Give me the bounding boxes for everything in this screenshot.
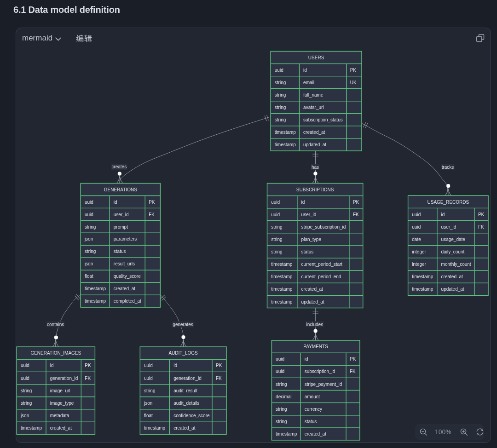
svg-text:timestamp: timestamp: [85, 299, 106, 304]
svg-text:image_type: image_type: [50, 401, 74, 406]
svg-text:tracks: tracks: [442, 165, 454, 170]
svg-text:subscription_status: subscription_status: [303, 117, 343, 122]
svg-text:generation_id: generation_id: [50, 376, 78, 381]
svg-text:float: float: [144, 413, 153, 418]
svg-text:created_at: created_at: [173, 425, 195, 431]
svg-text:timestamp: timestamp: [271, 274, 293, 279]
svg-text:id: id: [305, 356, 308, 362]
svg-text:user_id: user_id: [301, 212, 317, 217]
svg-text:uuid: uuid: [271, 200, 280, 205]
svg-text:float: float: [85, 274, 93, 279]
svg-text:usage_date: usage_date: [441, 237, 466, 242]
svg-text:string: string: [275, 92, 286, 98]
svg-text:string: string: [144, 388, 155, 393]
svg-text:string: string: [271, 224, 282, 230]
svg-text:uuid: uuid: [275, 68, 283, 73]
svg-text:PK: PK: [353, 200, 359, 205]
svg-text:FK: FK: [478, 224, 484, 230]
svg-text:includes: includes: [306, 322, 323, 327]
svg-text:status: status: [305, 419, 317, 424]
svg-text:created_at: created_at: [301, 287, 323, 292]
svg-text:creates: creates: [111, 164, 127, 169]
svg-text:string: string: [276, 419, 287, 424]
svg-text:GENERATIONS: GENERATIONS: [104, 187, 137, 192]
svg-text:json: json: [84, 261, 93, 266]
svg-text:uuid: uuid: [85, 212, 93, 217]
svg-text:user_id: user_id: [441, 224, 457, 230]
svg-text:daily_count: daily_count: [441, 249, 465, 254]
svg-text:PK: PK: [216, 363, 222, 368]
svg-text:has: has: [312, 165, 319, 170]
svg-text:parameters: parameters: [114, 236, 137, 241]
svg-text:timestamp: timestamp: [271, 262, 293, 267]
svg-text:PK: PK: [85, 363, 91, 368]
svg-text:created_at: created_at: [303, 130, 325, 135]
svg-text:string: string: [276, 407, 287, 412]
svg-text:SUBSCRIPTIONS: SUBSCRIPTIONS: [296, 187, 334, 192]
svg-text:quality_score: quality_score: [114, 274, 141, 279]
svg-text:FK: FK: [85, 376, 91, 381]
svg-text:FK: FK: [216, 376, 222, 381]
svg-text:plan_type: plan_type: [301, 237, 322, 242]
svg-text:decimal: decimal: [276, 394, 291, 399]
svg-text:FK: FK: [350, 369, 356, 374]
svg-text:contains: contains: [47, 322, 64, 327]
svg-text:id: id: [50, 363, 54, 368]
svg-text:FK: FK: [149, 212, 155, 217]
svg-text:string: string: [85, 249, 96, 254]
svg-text:created_at: created_at: [50, 425, 72, 431]
svg-text:integer: integer: [412, 262, 426, 267]
svg-text:current_period_end: current_period_end: [301, 274, 341, 279]
svg-text:FK: FK: [353, 212, 359, 217]
svg-text:PAYMENTS: PAYMENTS: [303, 344, 328, 349]
svg-text:string: string: [275, 117, 286, 122]
svg-text:timestamp: timestamp: [275, 142, 296, 147]
svg-text:string: string: [275, 105, 286, 110]
svg-text:timestamp: timestamp: [412, 274, 433, 279]
svg-text:uuid: uuid: [85, 200, 93, 205]
svg-text:id: id: [114, 200, 117, 205]
svg-text:stripe_payment_id: stripe_payment_id: [305, 382, 342, 387]
svg-text:string: string: [21, 401, 32, 406]
svg-text:uuid: uuid: [271, 212, 280, 217]
svg-text:uuid: uuid: [276, 356, 284, 362]
svg-text:monthly_count: monthly_count: [441, 262, 471, 267]
svg-text:PK: PK: [350, 68, 357, 73]
svg-text:AUDIT_LOGS: AUDIT_LOGS: [168, 350, 198, 356]
svg-text:uuid: uuid: [276, 369, 284, 374]
svg-text:json: json: [20, 413, 29, 418]
svg-text:currency: currency: [305, 407, 322, 412]
svg-text:string: string: [21, 388, 32, 393]
svg-text:created_at: created_at: [441, 274, 463, 279]
svg-text:GENERATION_IMAGES: GENERATION_IMAGES: [30, 350, 81, 356]
svg-text:uuid: uuid: [144, 363, 153, 368]
svg-text:generates: generates: [173, 322, 193, 327]
svg-text:user_id: user_id: [114, 212, 129, 217]
svg-text:email: email: [303, 80, 314, 85]
svg-text:UK: UK: [350, 80, 357, 85]
svg-text:created_at: created_at: [305, 431, 326, 437]
svg-text:timestamp: timestamp: [412, 287, 433, 292]
svg-text:uuid: uuid: [21, 376, 29, 381]
svg-text:string: string: [85, 224, 96, 230]
svg-text:timestamp: timestamp: [144, 425, 166, 431]
svg-text:PK: PK: [149, 200, 155, 205]
svg-text:timestamp: timestamp: [85, 286, 106, 291]
svg-text:uuid: uuid: [21, 363, 29, 368]
svg-text:string: string: [271, 237, 282, 242]
svg-text:date: date: [412, 237, 421, 242]
svg-text:string: string: [276, 382, 287, 387]
svg-text:updated_at: updated_at: [301, 299, 324, 304]
svg-text:uuid: uuid: [144, 376, 153, 381]
svg-text:completed_at: completed_at: [114, 299, 141, 304]
svg-text:id: id: [441, 212, 445, 217]
svg-text:full_name: full_name: [303, 92, 324, 98]
svg-text:result_urls: result_urls: [114, 261, 135, 266]
svg-text:uuid: uuid: [412, 212, 421, 217]
svg-text:confidence_score: confidence_score: [173, 413, 210, 418]
svg-text:status: status: [301, 249, 314, 254]
svg-text:json: json: [84, 236, 93, 241]
svg-text:updated_at: updated_at: [303, 142, 326, 147]
svg-text:metadata: metadata: [50, 413, 69, 418]
svg-text:timestamp: timestamp: [271, 299, 293, 304]
